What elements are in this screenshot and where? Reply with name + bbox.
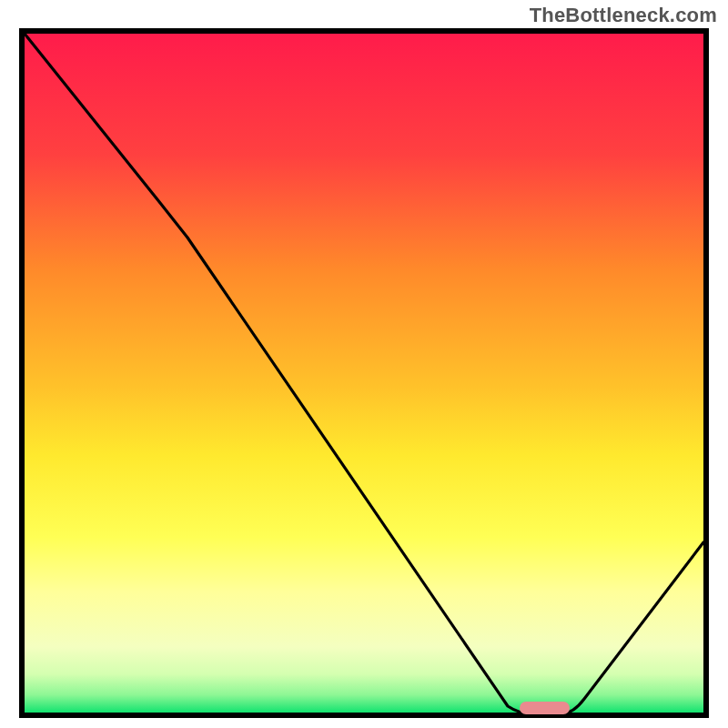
optimal-range-marker (520, 702, 570, 714)
chart-frame: TheBottleneck.com (0, 0, 728, 728)
gradient-background (22, 31, 706, 715)
chart-svg (16, 25, 712, 721)
watermark-text: TheBottleneck.com (530, 4, 717, 27)
plot-area (22, 31, 706, 715)
